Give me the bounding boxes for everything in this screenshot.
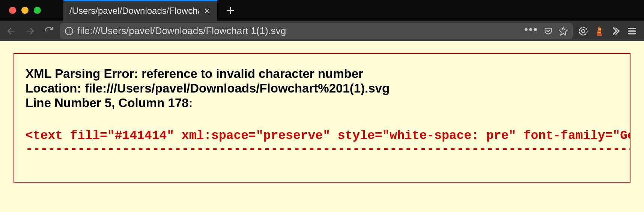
svg-marker-16 — [597, 33, 602, 36]
window-controls — [0, 7, 41, 14]
error-source: <text fill="#141414" xml:space="preserve… — [26, 129, 618, 157]
svg-point-11 — [582, 29, 585, 32]
error-line-3: Line Number 5, Column 178: — [26, 96, 193, 110]
xml-error-box: XML Parsing Error: reference to invalid … — [14, 53, 630, 183]
toolbar-right — [576, 25, 640, 37]
svg-rect-15 — [597, 32, 601, 33]
overflow-chevron-icon[interactable] — [610, 26, 621, 36]
url-bar[interactable]: file:///Users/pavel/Downloads/Flowchart … — [60, 23, 573, 39]
back-button[interactable] — [4, 24, 19, 39]
error-line-1: XML Parsing Error: reference to invalid … — [26, 67, 363, 81]
site-info-icon[interactable] — [65, 27, 74, 36]
bookmark-star-icon[interactable] — [558, 26, 568, 36]
svg-marker-9 — [559, 27, 567, 35]
pocket-icon[interactable] — [543, 26, 553, 36]
page-content: XML Parsing Error: reference to invalid … — [0, 41, 644, 183]
tab-title: /Users/pavel/Downloads/Flowchart% — [69, 6, 199, 16]
maximize-window-button[interactable] — [34, 7, 41, 14]
error-heading: XML Parsing Error: reference to invalid … — [26, 67, 618, 110]
reload-button[interactable] — [41, 24, 56, 39]
minimize-window-button[interactable] — [21, 7, 29, 14]
url-text: file:///Users/pavel/Downloads/Flowchart … — [77, 25, 520, 37]
forward-button[interactable] — [23, 24, 38, 39]
svg-point-10 — [579, 27, 587, 35]
svg-rect-14 — [597, 30, 601, 32]
extension-ublock-icon[interactable] — [578, 26, 588, 36]
url-actions: ••• — [524, 26, 568, 36]
new-tab-button[interactable] — [224, 4, 237, 17]
browser-tab[interactable]: /Users/pavel/Downloads/Flowchart% — [63, 0, 217, 21]
app-menu-icon[interactable] — [627, 26, 637, 36]
svg-rect-13 — [598, 28, 601, 30]
titlebar: /Users/pavel/Downloads/Flowchart% — [0, 0, 644, 21]
error-code-line: <text fill="#141414" xml:space="preserve… — [26, 129, 630, 143]
close-window-button[interactable] — [9, 7, 16, 14]
error-dash-line: ----------------------------------------… — [26, 142, 630, 156]
close-tab-button[interactable] — [203, 7, 211, 15]
extension-lighthouse-icon[interactable] — [594, 25, 604, 37]
error-line-2: Location: file:///Users/pavel/Downloads/… — [26, 81, 390, 95]
svg-marker-12 — [597, 26, 601, 28]
svg-point-8 — [69, 28, 69, 29]
toolbar: file:///Users/pavel/Downloads/Flowchart … — [0, 21, 644, 41]
